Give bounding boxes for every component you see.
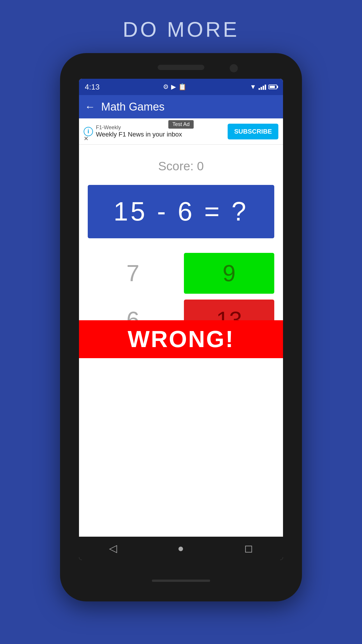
choice-6[interactable]: 6 bbox=[88, 300, 178, 320]
phone-shell: 4:13 ⚙ ▶ 📋 ▼ ← Math bbox=[60, 53, 302, 601]
phone-camera bbox=[230, 64, 238, 72]
ad-close-button[interactable]: ✕ bbox=[84, 135, 89, 142]
nav-back-button[interactable]: ◁ bbox=[109, 542, 117, 554]
battery-icon bbox=[268, 85, 277, 89]
nav-home-button[interactable]: ● bbox=[178, 542, 184, 554]
clipboard-icon: 📋 bbox=[178, 83, 186, 91]
choice-13[interactable]: 13 bbox=[184, 300, 274, 320]
ad-headline: Weekly F1 News in your inbox bbox=[96, 131, 228, 138]
status-left-icons: ⚙ ▶ 📋 bbox=[163, 83, 186, 91]
nav-recent-button[interactable]: ◻ bbox=[244, 542, 253, 554]
status-right-icons: ▼ bbox=[250, 83, 277, 91]
gear-icon: ⚙ bbox=[163, 83, 169, 91]
score-display: Score: 0 bbox=[158, 159, 204, 173]
ad-text-container: F1-Weekly Weekly F1 News in your inbox bbox=[96, 125, 228, 138]
equation-text: 15 - 6 = ? bbox=[114, 197, 249, 226]
ad-test-badge: Test Ad bbox=[168, 120, 194, 129]
choices-grid: 7 9 6 13 bbox=[88, 253, 274, 320]
choice-9[interactable]: 9 bbox=[184, 253, 274, 294]
ad-banner: Test Ad i F1-Weekly Weekly F1 News in yo… bbox=[79, 118, 283, 145]
play-circle-icon: ▶ bbox=[171, 83, 176, 91]
back-button[interactable]: ← bbox=[85, 101, 95, 113]
choice-7[interactable]: 7 bbox=[88, 253, 178, 294]
home-indicator bbox=[152, 580, 210, 582]
signal-icon bbox=[259, 84, 266, 90]
phone-screen: 4:13 ⚙ ▶ 📋 ▼ ← Math bbox=[79, 79, 283, 560]
equation-box: 15 - 6 = ? bbox=[88, 185, 274, 238]
ad-source: F1-Weekly bbox=[96, 125, 228, 131]
phone-nav-bar: ◁ ● ◻ bbox=[79, 537, 283, 560]
ad-info-icon: i bbox=[84, 127, 93, 136]
app-title: Math Games bbox=[101, 101, 165, 113]
game-content: Score: 0 15 - 6 = ? 7 9 6 13 bbox=[79, 145, 283, 320]
app-bar: ← Math Games bbox=[79, 95, 283, 118]
screen-bottom-space bbox=[79, 358, 283, 534]
wifi-icon: ▼ bbox=[250, 83, 256, 91]
phone-speaker bbox=[158, 65, 204, 70]
status-time: 4:13 bbox=[85, 83, 100, 92]
page-tagline: DO MORE bbox=[123, 18, 239, 41]
ad-subscribe-button[interactable]: SUBSCRIBE bbox=[228, 124, 278, 139]
result-banner: WRONG! bbox=[79, 320, 283, 358]
status-bar: 4:13 ⚙ ▶ 📋 ▼ bbox=[79, 79, 283, 95]
result-text: WRONG! bbox=[128, 326, 234, 353]
phone-bottom bbox=[152, 560, 210, 601]
